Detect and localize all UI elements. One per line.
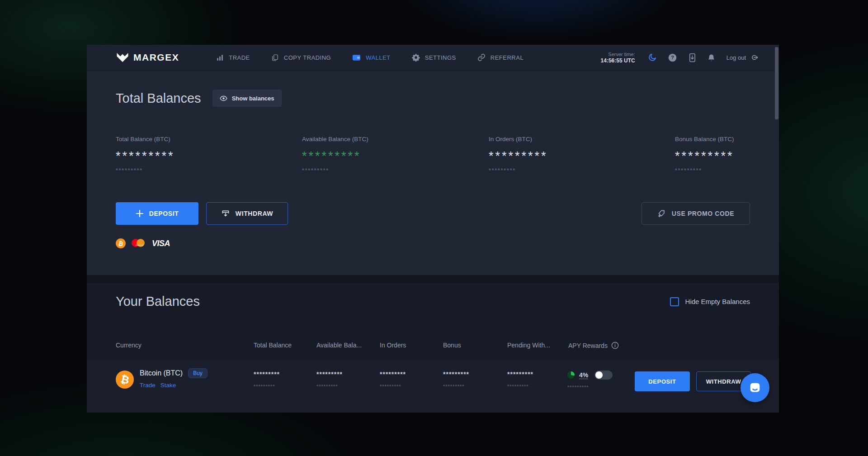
payment-methods: ₿ mastercard VISA — [116, 238, 170, 248]
cell-bonus: ********* ********* — [443, 370, 469, 389]
table-row-bitcoin: ₿ Bitcoin (BTC) Buy Trade Stake ********… — [87, 361, 779, 412]
balance-sub-masked: ********* — [116, 167, 302, 174]
nav-item-copy-trading[interactable]: COPY TRADING — [271, 54, 331, 62]
balance-card-bonus: Bonus Balance (BTC) ********* ********* — [675, 136, 750, 174]
wallet-icon — [352, 54, 361, 62]
balance-label: In Orders (BTC) — [489, 136, 675, 142]
deposit-button[interactable]: DEPOSIT — [116, 202, 198, 225]
notifications-bell-icon[interactable] — [707, 53, 716, 62]
scrollbar[interactable] — [775, 47, 778, 119]
balance-card-available: Available Balance (BTC) ********* ******… — [302, 136, 489, 174]
logout-label: Log out — [726, 54, 746, 61]
balance-sub-masked: ********* — [302, 167, 489, 174]
use-promo-code-button[interactable]: USE PROMO CODE — [642, 202, 750, 225]
nav-right-cluster: Server time: 14:56:55 UTC ? Log out — [601, 52, 759, 64]
total-balances-section: Total Balances Show balances Total Balan… — [87, 71, 779, 275]
col-in-orders: In Orders — [380, 342, 406, 349]
total-balances-title: Total Balances — [116, 91, 201, 106]
section-divider — [87, 275, 779, 283]
promo-tag-icon — [657, 209, 666, 218]
col-bonus: Bonus — [443, 342, 461, 349]
balance-sub-masked: ********* — [489, 167, 675, 174]
gear-icon — [412, 53, 420, 62]
plus-icon — [136, 209, 144, 218]
nav-item-referral[interactable]: REFERRAL — [477, 53, 524, 62]
apy-sub-masked: ********* — [567, 385, 613, 390]
deposit-label: DEPOSIT — [149, 210, 179, 217]
svg-text:?: ? — [671, 55, 674, 60]
buy-badge[interactable]: Buy — [188, 368, 208, 378]
margex-logo-icon — [116, 51, 129, 64]
apy-value[interactable]: 4% — [579, 371, 588, 379]
balance-label: Bonus Balance (BTC) — [675, 136, 750, 142]
hide-empty-checkbox[interactable] — [670, 297, 679, 306]
balance-value-masked: ********* — [116, 149, 302, 163]
mastercard-label: mastercard — [136, 244, 142, 246]
your-balances-title: Your Balances — [116, 294, 200, 309]
bitcoin-payment-icon: ₿ — [116, 238, 126, 248]
apy-pie-icon — [567, 371, 575, 379]
col-apy-rewards: APY Rewards — [568, 342, 619, 349]
info-icon[interactable] — [611, 342, 619, 349]
currency-cell: ₿ Bitcoin (BTC) Buy Trade Stake — [116, 368, 208, 389]
server-time: Server time: 14:56:55 UTC — [601, 52, 635, 64]
balance-cards: Total Balance (BTC) ********* ********* … — [116, 136, 750, 174]
stake-link[interactable]: Stake — [160, 382, 176, 389]
balance-card-total: Total Balance (BTC) ********* ********* — [116, 136, 302, 174]
cell-pending-withdrawals: ********* ********* — [507, 370, 533, 389]
visa-icon: VISA — [152, 239, 170, 248]
bar-chart-icon — [216, 54, 224, 62]
show-balances-label: Show balances — [232, 95, 274, 102]
cell-in-orders: ********* ********* — [380, 370, 406, 389]
col-currency: Currency — [116, 342, 142, 349]
bitcoin-coin-icon: ₿ — [116, 370, 134, 389]
mobile-app-icon[interactable] — [688, 53, 696, 62]
app-window: MARGEX TRADE COPY TRADING WALLET — [87, 45, 779, 413]
margex-logo[interactable]: MARGEX — [116, 51, 179, 64]
eye-icon — [220, 95, 227, 101]
withdraw-card-icon — [221, 209, 230, 218]
chat-icon — [748, 381, 762, 394]
cell-available-balance: ********* ********* — [316, 370, 343, 389]
nav-item-settings[interactable]: SETTINGS — [412, 53, 456, 62]
nav-menu: TRADE COPY TRADING WALLET SETTINGS — [216, 53, 524, 62]
apy-toggle[interactable] — [594, 370, 613, 380]
nav-item-label: SETTINGS — [425, 54, 456, 61]
top-nav: MARGEX TRADE COPY TRADING WALLET — [87, 45, 779, 71]
logout-button[interactable]: Log out — [726, 53, 759, 62]
logout-icon — [750, 53, 759, 62]
nav-item-label: COPY TRADING — [284, 54, 331, 61]
nav-item-label: WALLET — [366, 54, 391, 61]
promo-label: USE PROMO CODE — [672, 210, 734, 217]
copy-icon — [271, 54, 279, 62]
withdraw-label: WITHDRAW — [236, 210, 273, 217]
cell-apy-rewards: 4% ********* — [567, 370, 613, 390]
withdraw-button[interactable]: WITHDRAW — [206, 202, 288, 225]
help-icon[interactable]: ? — [668, 53, 677, 62]
show-balances-button[interactable]: Show balances — [212, 90, 282, 107]
hide-empty-label: Hide Empty Balances — [685, 298, 750, 305]
hide-empty-balances-control[interactable]: Hide Empty Balances — [670, 297, 750, 306]
balance-value-masked: ********* — [675, 149, 750, 163]
your-balances-section: Your Balances Hide Empty Balances Curren… — [87, 283, 779, 412]
balance-label: Available Balance (BTC) — [302, 136, 489, 142]
dark-mode-moon-icon[interactable] — [648, 53, 657, 62]
balance-value-masked: ********* — [489, 149, 675, 163]
currency-name: Bitcoin (BTC) — [140, 369, 183, 377]
link-icon — [477, 53, 486, 62]
col-available: Available Bala... — [316, 342, 362, 349]
chat-button[interactable] — [741, 373, 769, 402]
mastercard-icon: mastercard — [132, 238, 146, 248]
balance-value-masked: ********* — [302, 149, 489, 163]
nav-item-trade[interactable]: TRADE — [216, 54, 250, 62]
brand-name: MARGEX — [133, 52, 179, 63]
server-time-label: Server time: — [601, 52, 635, 57]
balance-card-in-orders: In Orders (BTC) ********* ********* — [489, 136, 675, 174]
nav-item-wallet[interactable]: WALLET — [352, 54, 391, 62]
trade-link[interactable]: Trade — [140, 382, 156, 389]
col-total-balance: Total Balance — [254, 342, 292, 349]
balance-label: Total Balance (BTC) — [116, 136, 302, 142]
row-deposit-button[interactable]: DEPOSIT — [635, 371, 690, 391]
balances-table-header: Currency Total Balance Available Bala...… — [116, 342, 779, 351]
balance-sub-masked: ********* — [675, 167, 750, 174]
